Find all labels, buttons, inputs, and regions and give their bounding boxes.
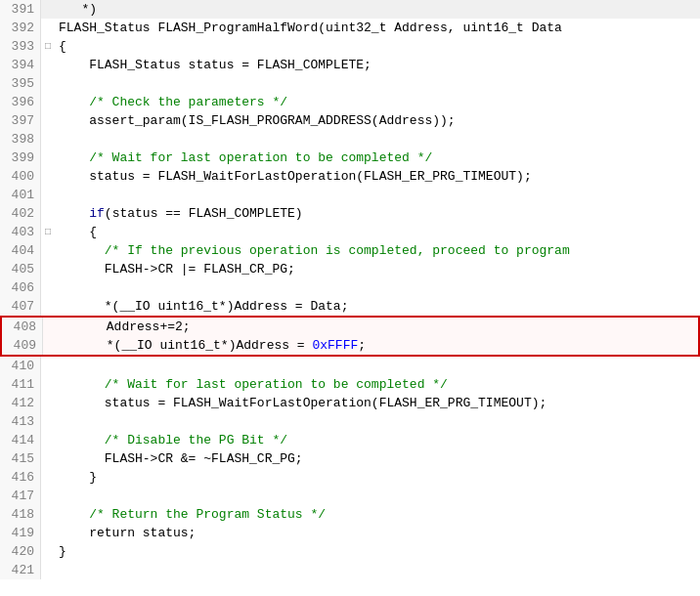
line-number: 421 — [0, 561, 41, 579]
fold-icon[interactable] — [41, 241, 55, 260]
line-number: 415 — [0, 449, 41, 468]
code-line: 417 — [0, 487, 700, 505]
fold-icon[interactable] — [41, 149, 55, 167]
code-content: /* Wait for last operation to be complet… — [55, 149, 700, 167]
line-number: 401 — [0, 186, 41, 204]
code-content — [55, 561, 700, 579]
code-token: /* Wait for last operation to be complet… — [59, 150, 432, 165]
code-content: FLASH_Status FLASH_ProgramHalfWord(uint3… — [55, 19, 700, 37]
fold-icon[interactable] — [41, 111, 55, 130]
code-content — [55, 130, 700, 149]
code-line: 411 /* Wait for last operation to be com… — [0, 375, 700, 394]
line-number: 414 — [0, 431, 41, 449]
code-token: { — [59, 225, 97, 239]
code-line: 395 — [0, 74, 700, 93]
code-content: } — [55, 468, 700, 487]
line-number: 409 — [2, 336, 43, 355]
line-number: 416 — [0, 468, 41, 487]
code-line: 392FLASH_Status FLASH_ProgramHalfWord(ui… — [0, 19, 700, 37]
line-number: 397 — [0, 111, 41, 130]
code-token: 0xFFFF — [312, 338, 358, 353]
code-token: /* Check the parameters */ — [59, 95, 287, 109]
line-number: 394 — [0, 56, 41, 74]
line-number: 393 — [0, 37, 41, 56]
line-number: 411 — [0, 375, 41, 394]
code-token: } — [59, 470, 97, 485]
code-editor: 391 *)392FLASH_Status FLASH_ProgramHalfW… — [0, 0, 700, 596]
code-token: return status; — [59, 526, 196, 540]
code-token: (status == FLASH_COMPLETE) — [105, 206, 303, 221]
code-line: 416 } — [0, 468, 700, 487]
code-content: /* Disable the PG Bit */ — [55, 431, 700, 449]
code-token: FLASH_Status FLASH_ProgramHalfWord(uint3… — [59, 21, 562, 35]
line-number: 405 — [0, 260, 41, 278]
fold-icon[interactable] — [43, 336, 57, 355]
line-number: 419 — [0, 524, 41, 542]
code-line: 405 FLASH->CR |= FLASH_CR_PG; — [0, 260, 700, 278]
fold-icon[interactable] — [41, 487, 55, 505]
code-token: /* If the previous operation is complete… — [59, 243, 570, 258]
code-line: 421 — [0, 561, 700, 579]
line-number: 395 — [0, 74, 41, 93]
line-number: 407 — [0, 297, 41, 316]
code-token: status = FLASH_WaitForLastOperation(FLAS… — [59, 396, 547, 410]
code-token: /* Disable the PG Bit */ — [59, 433, 287, 447]
code-token: Address+=2; — [61, 319, 191, 334]
code-content: if(status == FLASH_COMPLETE) — [55, 204, 700, 223]
line-number: 413 — [0, 412, 41, 431]
code-line: 396 /* Check the parameters */ — [0, 93, 700, 111]
fold-icon[interactable] — [41, 542, 55, 561]
fold-icon[interactable] — [41, 19, 55, 37]
fold-icon[interactable] — [41, 357, 55, 375]
code-content: *(__IO uint16_t*)Address = 0xFFFF; — [57, 336, 698, 355]
code-content: *) — [55, 0, 700, 19]
code-token — [59, 206, 89, 221]
code-content — [55, 74, 700, 93]
fold-icon[interactable] — [43, 318, 57, 336]
line-number: 420 — [0, 542, 41, 561]
fold-icon[interactable] — [41, 130, 55, 149]
fold-icon[interactable] — [41, 167, 55, 186]
code-content: { — [55, 223, 700, 241]
code-token: if — [89, 206, 105, 221]
code-line: 413 — [0, 412, 700, 431]
code-token: *(__IO uint16_t*)Address = Data; — [59, 299, 348, 314]
fold-icon[interactable] — [41, 394, 55, 412]
line-number: 408 — [2, 318, 43, 336]
fold-icon[interactable]: □ — [41, 37, 55, 56]
fold-icon[interactable] — [41, 93, 55, 111]
code-line: 414 /* Disable the PG Bit */ — [0, 431, 700, 449]
fold-icon[interactable] — [41, 278, 55, 297]
code-line: 408 Address+=2; — [0, 316, 700, 336]
code-content: /* Return the Program Status */ — [55, 505, 700, 524]
code-token: *(__IO uint16_t*)Address = — [61, 338, 312, 353]
fold-icon[interactable] — [41, 0, 55, 19]
fold-icon[interactable] — [41, 204, 55, 223]
code-content — [55, 186, 700, 204]
fold-icon[interactable] — [41, 524, 55, 542]
fold-icon[interactable] — [41, 431, 55, 449]
code-content — [55, 278, 700, 297]
code-token: { — [59, 39, 66, 54]
code-line: 391 *) — [0, 0, 700, 19]
fold-icon[interactable]: □ — [41, 223, 55, 241]
fold-icon[interactable] — [41, 561, 55, 579]
fold-icon[interactable] — [41, 297, 55, 316]
line-number: 410 — [0, 357, 41, 375]
code-line: 415 FLASH->CR &= ~FLASH_CR_PG; — [0, 449, 700, 468]
fold-icon[interactable] — [41, 260, 55, 278]
line-number: 404 — [0, 241, 41, 260]
code-content: status = FLASH_WaitForLastOperation(FLAS… — [55, 394, 700, 412]
fold-icon[interactable] — [41, 505, 55, 524]
code-content — [55, 487, 700, 505]
fold-icon[interactable] — [41, 468, 55, 487]
fold-icon[interactable] — [41, 412, 55, 431]
code-token: FLASH->CR |= FLASH_CR_PG; — [59, 262, 295, 277]
fold-icon[interactable] — [41, 449, 55, 468]
fold-icon[interactable] — [41, 74, 55, 93]
code-line: 418 /* Return the Program Status */ — [0, 505, 700, 524]
code-content: FLASH->CR &= ~FLASH_CR_PG; — [55, 449, 700, 468]
fold-icon[interactable] — [41, 186, 55, 204]
fold-icon[interactable] — [41, 56, 55, 74]
fold-icon[interactable] — [41, 375, 55, 394]
